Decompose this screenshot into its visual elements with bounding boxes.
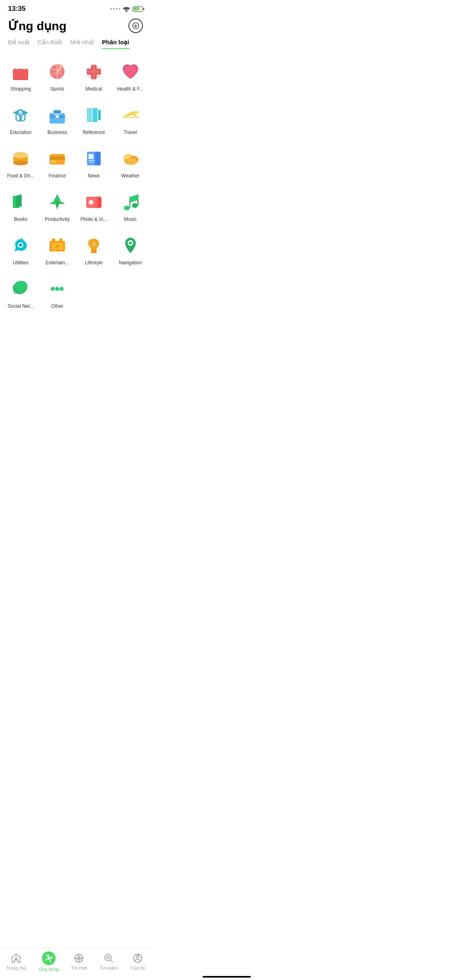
status-icons: ⚡ xyxy=(110,6,143,12)
category-utilities[interactable]: Utilities xyxy=(4,229,37,270)
svg-point-79 xyxy=(51,287,55,291)
wifi-icon xyxy=(123,6,130,12)
header: Ứng dụng xyxy=(0,15,151,33)
svg-rect-24 xyxy=(93,109,97,121)
svg-point-30 xyxy=(13,153,28,158)
category-lifestyle[interactable]: Lifestyle xyxy=(77,229,111,270)
category-entertainment[interactable]: Entertain... xyxy=(41,229,74,270)
lifestyle-icon xyxy=(82,233,106,257)
svg-rect-23 xyxy=(87,109,91,121)
health-label: Health & F... xyxy=(117,86,143,92)
status-time: 13:35 xyxy=(8,5,25,13)
svg-rect-17 xyxy=(50,113,65,124)
travel-label: Travel xyxy=(124,130,137,135)
category-travel[interactable]: Travel xyxy=(114,99,147,139)
navigation-icon xyxy=(118,233,143,257)
category-finance[interactable]: Finance xyxy=(41,142,74,183)
books-icon xyxy=(8,190,33,214)
news-icon xyxy=(82,146,106,171)
svg-rect-70 xyxy=(91,250,97,251)
category-health[interactable]: Health & F... xyxy=(114,56,147,96)
category-news[interactable]: News xyxy=(77,142,111,183)
weather-icon xyxy=(118,146,143,171)
medical-label: Medical xyxy=(85,86,102,92)
productivity-label: Productivity xyxy=(45,216,70,222)
category-social[interactable]: Social Net... xyxy=(4,273,37,313)
category-productivity[interactable]: Productivity xyxy=(41,186,74,226)
svg-point-81 xyxy=(60,287,64,291)
svg-rect-37 xyxy=(89,154,93,159)
svg-point-29 xyxy=(13,161,28,165)
education-label: Education xyxy=(10,130,31,135)
entertainment-label: Entertain... xyxy=(46,260,69,266)
sports-icon xyxy=(45,60,69,84)
education-icon xyxy=(8,103,33,127)
food-icon xyxy=(8,146,33,171)
download-button[interactable] xyxy=(128,19,143,33)
finance-label: Finance xyxy=(49,173,66,179)
shopping-icon xyxy=(8,60,33,84)
svg-rect-38 xyxy=(89,160,95,161)
finance-icon xyxy=(45,146,69,171)
category-business[interactable]: Business xyxy=(41,99,74,139)
tab-moi-nhat[interactable]: Mới nhất xyxy=(70,39,94,49)
category-weather[interactable]: Weather xyxy=(114,142,147,183)
category-other[interactable]: Other xyxy=(41,273,74,313)
tab-bar: Đề xuất Cần thiết Mới nhất Phân loại xyxy=(0,33,151,49)
svg-rect-2 xyxy=(13,69,28,80)
reference-label: Reference xyxy=(83,130,105,135)
category-books[interactable]: Books xyxy=(4,186,37,226)
sports-label: Sports xyxy=(50,86,64,92)
shopping-label: Shopping xyxy=(10,86,31,92)
category-music[interactable]: Music xyxy=(114,186,147,226)
svg-point-56 xyxy=(124,206,130,210)
entertainment-icon xyxy=(45,233,69,257)
svg-rect-32 xyxy=(50,156,65,160)
svg-point-62 xyxy=(19,243,22,247)
utilities-label: Utilities xyxy=(13,260,29,266)
other-icon xyxy=(45,277,69,301)
svg-point-75 xyxy=(129,241,132,245)
music-icon xyxy=(118,190,143,214)
svg-rect-33 xyxy=(51,161,56,163)
tab-phan-loai[interactable]: Phân loại xyxy=(102,39,129,49)
news-label: News xyxy=(88,173,100,179)
category-sports[interactable]: Sports xyxy=(41,56,74,96)
health-icon xyxy=(118,60,143,84)
tab-de-xuat[interactable]: Đề xuất xyxy=(8,39,29,49)
svg-rect-25 xyxy=(98,110,101,120)
category-photo[interactable]: Photo & Vi... xyxy=(77,186,111,226)
business-label: Business xyxy=(48,130,67,135)
category-shopping[interactable]: Shopping xyxy=(4,56,37,96)
svg-rect-39 xyxy=(89,162,93,163)
category-medical[interactable]: Medical xyxy=(77,56,111,96)
svg-rect-72 xyxy=(92,243,95,243)
status-bar: 13:35 ⚡ xyxy=(0,0,151,15)
categories-grid: Shopping Sports xyxy=(0,49,151,319)
svg-rect-73 xyxy=(92,245,95,245)
business-icon xyxy=(45,103,69,127)
travel-icon xyxy=(118,103,143,127)
svg-point-55 xyxy=(89,200,93,205)
svg-point-57 xyxy=(132,203,138,208)
category-reference[interactable]: Reference xyxy=(77,99,111,139)
svg-rect-4 xyxy=(23,66,25,70)
svg-rect-15 xyxy=(19,115,22,120)
music-label: Music xyxy=(124,216,137,222)
medical-icon xyxy=(82,60,106,84)
social-icon xyxy=(8,277,33,301)
reference-icon xyxy=(82,103,106,127)
svg-point-43 xyxy=(124,158,137,165)
photo-icon xyxy=(82,190,106,214)
svg-rect-14 xyxy=(87,70,101,73)
category-navigation[interactable]: Navigation xyxy=(114,229,147,270)
other-label: Other xyxy=(51,303,63,309)
svg-point-80 xyxy=(55,287,59,291)
productivity-icon xyxy=(45,190,69,214)
photo-label: Photo & Vi... xyxy=(81,216,108,222)
tab-can-thiet[interactable]: Cần thiết xyxy=(37,39,62,49)
category-education[interactable]: Education xyxy=(4,99,37,139)
category-food[interactable]: Food & Dri... xyxy=(4,142,37,183)
svg-rect-3 xyxy=(16,66,18,70)
page-title: Ứng dụng xyxy=(8,19,66,33)
